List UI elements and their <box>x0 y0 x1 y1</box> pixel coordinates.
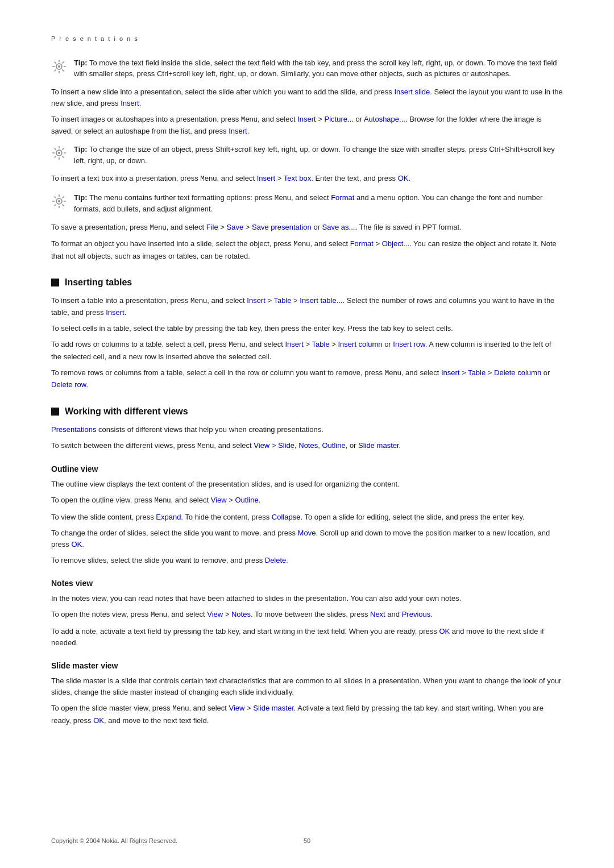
page-header: P r e s e n t a t i o n s <box>51 34 563 44</box>
paragraph-add-rows: To add rows or columns to a table, selec… <box>51 339 563 363</box>
link-next[interactable]: Next <box>370 610 385 618</box>
link-save[interactable]: Save <box>227 223 244 231</box>
link-outline-1[interactable]: Outline <box>322 441 345 450</box>
paragraph-expand-collapse: To view the slide content, press Expand.… <box>51 512 563 523</box>
svg-point-9 <box>58 65 60 68</box>
tip-text-3: Tip: The menu contains further text form… <box>74 192 563 215</box>
link-collapse[interactable]: Collapse <box>272 513 301 521</box>
link-object[interactable]: Object.... <box>382 239 412 248</box>
link-insert-3[interactable]: Insert <box>229 127 247 135</box>
tip-icon-1 <box>51 59 67 74</box>
link-insert-table[interactable]: Insert table.... <box>300 296 345 305</box>
paragraph-switch-views: To switch between the different views, p… <box>51 440 563 452</box>
link-delete[interactable]: Delete <box>265 556 287 564</box>
paragraph-notes-desc: In the notes view, you can read notes th… <box>51 593 563 604</box>
svg-line-26 <box>63 204 64 206</box>
link-save-presentation[interactable]: Save presentation <box>252 223 312 231</box>
paragraph-open-notes: To open the notes view, press Menu, and … <box>51 609 563 621</box>
link-insert-6[interactable]: Insert <box>106 308 125 317</box>
link-slide-master-1[interactable]: Slide master <box>358 441 399 450</box>
page-header-title: P r e s e n t a t i o n s <box>51 35 139 42</box>
sub-heading-slide-master: Slide master view <box>51 660 563 672</box>
link-expand[interactable]: Expand <box>156 513 181 521</box>
svg-line-8 <box>55 69 56 71</box>
link-slide-master-2[interactable]: Slide master <box>253 704 294 712</box>
link-view-4[interactable]: View <box>229 704 244 712</box>
link-picture[interactable]: Picture... <box>325 115 354 123</box>
paragraph-slide-master-desc: The slide master is a slide that control… <box>51 675 563 698</box>
link-table-3[interactable]: Table <box>468 368 486 377</box>
link-ok-4[interactable]: OK <box>93 716 104 725</box>
link-insert-slide[interactable]: Insert slide <box>394 88 430 96</box>
link-ok-2[interactable]: OK <box>71 540 82 549</box>
svg-line-7 <box>63 61 64 63</box>
link-insert-7[interactable]: Insert <box>285 340 304 348</box>
svg-line-28 <box>55 204 56 206</box>
link-insert-2[interactable]: Insert <box>297 115 316 123</box>
svg-line-25 <box>55 196 56 198</box>
link-autoshape[interactable]: Autoshape.... <box>364 115 408 123</box>
tip-text-2: Tip: To change the size of an object, pr… <box>74 144 563 166</box>
section-title-inserting-tables: Inserting tables <box>65 276 132 289</box>
paragraph-insert-slide: To insert a new slide into a presentatio… <box>51 86 563 109</box>
link-insert-5[interactable]: Insert <box>247 296 265 305</box>
section-icon-inserting-tables <box>51 279 59 286</box>
link-format-2[interactable]: Format <box>350 239 374 248</box>
link-insert-row[interactable]: Insert row <box>393 340 425 348</box>
paragraph-change-order: To change the order of slides, select th… <box>51 528 563 550</box>
link-text-box[interactable]: Text box <box>284 174 311 182</box>
link-table-2[interactable]: Table <box>312 340 330 348</box>
footer-page-number: 50 <box>0 836 614 846</box>
svg-line-27 <box>63 196 64 198</box>
link-view-2[interactable]: View <box>211 496 227 504</box>
link-slide[interactable]: Slide <box>278 441 294 450</box>
svg-line-18 <box>55 156 56 158</box>
footer-page-number-text: 50 <box>304 836 310 846</box>
link-previous[interactable]: Previous <box>402 610 431 618</box>
link-ok-1[interactable]: OK <box>398 174 409 182</box>
link-insert-8[interactable]: Insert <box>441 368 460 377</box>
link-insert-1[interactable]: Insert <box>121 99 139 107</box>
tip-icon-3 <box>51 193 67 209</box>
tip-block-2: Tip: To change the size of an object, pr… <box>51 144 563 166</box>
paragraph-select-cells: To select cells in a table, select the t… <box>51 323 563 334</box>
page: P r e s e n t a t i o n s Tip: To move t… <box>0 0 614 868</box>
paragraph-save: To save a presentation, press Menu, and … <box>51 222 563 234</box>
link-presentations[interactable]: Presentations <box>51 425 97 434</box>
paragraph-add-note: To add a note, activate a text field by … <box>51 626 563 649</box>
paragraph-remove-slides: To remove slides, select the slide you w… <box>51 555 563 566</box>
section-icon-working-views <box>51 408 59 416</box>
link-notes-1[interactable]: Notes <box>298 441 318 450</box>
paragraph-presentations-views: Presentations consists of different view… <box>51 424 563 435</box>
tip-bold-2: Tip: <box>74 145 88 153</box>
sub-heading-slide-master-text: Slide master view <box>51 661 118 670</box>
tip-text-1: Tip: To move the text field inside the s… <box>74 57 563 80</box>
paragraph-open-outline: To open the outline view, press Menu, an… <box>51 495 563 506</box>
link-delete-row[interactable]: Delete row <box>51 380 86 389</box>
link-insert-4[interactable]: Insert <box>257 174 276 182</box>
paragraph-format-object: To format an object you have inserted in… <box>51 238 563 262</box>
link-ok-3[interactable]: OK <box>439 627 450 636</box>
paragraph-open-slide-master: To open the slide master view, press Men… <box>51 703 563 726</box>
link-format-1[interactable]: Format <box>331 193 354 202</box>
link-outline-2[interactable]: Outline <box>235 496 258 504</box>
svg-line-16 <box>63 156 64 158</box>
link-notes-2[interactable]: Notes <box>231 610 251 618</box>
tip-bold-1: Tip: <box>74 59 88 67</box>
link-save-as[interactable]: Save as.... <box>322 223 357 231</box>
link-file[interactable]: File <box>206 223 218 231</box>
link-insert-column[interactable]: Insert column <box>338 340 382 348</box>
section-title-working-views: Working with different views <box>65 405 188 418</box>
link-table-1[interactable]: Table <box>273 296 291 305</box>
paragraph-insert-table: To insert a table into a presentation, p… <box>51 295 563 319</box>
svg-line-5 <box>55 61 56 63</box>
svg-line-6 <box>63 69 64 71</box>
tip-block-3: Tip: The menu contains further text form… <box>51 192 563 215</box>
link-view-3[interactable]: View <box>207 610 223 618</box>
tip-icon-2 <box>51 145 67 161</box>
paragraph-text-box: To insert a text box into a presentation… <box>51 173 563 185</box>
link-view-1[interactable]: View <box>254 441 269 450</box>
link-move[interactable]: Move <box>298 529 316 537</box>
link-delete-column[interactable]: Delete column <box>494 368 541 377</box>
svg-point-29 <box>58 200 60 202</box>
